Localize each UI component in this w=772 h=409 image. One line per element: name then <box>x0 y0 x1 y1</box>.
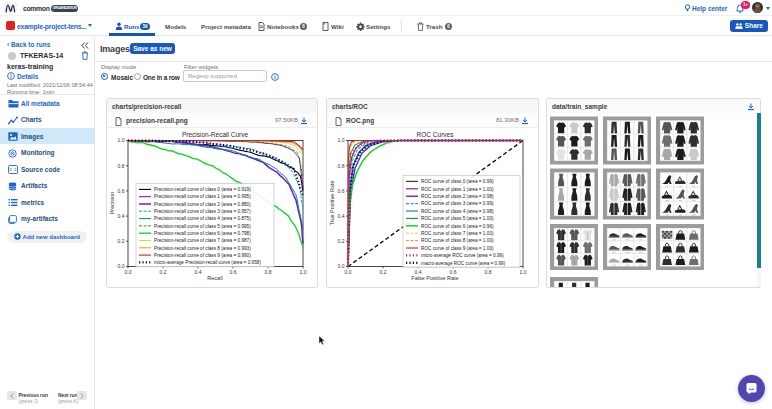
svg-text:Precision-recall curve of clas: Precision-recall curve of class 3 (area … <box>154 209 251 214</box>
svg-text:Precision-recall curve of clas: Precision-recall curve of class 1 (area … <box>154 194 251 199</box>
svg-text:ROC curve of class 8 (area = 1: ROC curve of class 8 (area = 1.00) <box>421 238 494 243</box>
svg-text:ROC curve of class 1 (area = 1: ROC curve of class 1 (area = 1.00) <box>421 187 494 192</box>
svg-text:0.4: 0.4 <box>338 213 345 219</box>
svg-text:0.2: 0.2 <box>160 269 167 275</box>
svg-text:ROC curve of class 0 (area = 0: ROC curve of class 0 (area = 0.99) <box>421 179 494 184</box>
svg-text:False Positive Rate: False Positive Rate <box>411 275 458 281</box>
svg-text:0.8: 0.8 <box>485 269 492 275</box>
svg-text:ROC curve of class 6 (area = 0: ROC curve of class 6 (area = 0.96) <box>421 224 494 229</box>
svg-text:Precision-recall curve of clas: Precision-recall curve of class 9 (area … <box>154 253 251 258</box>
svg-text:Precision-recall curve of clas: Precision-recall curve of class 0 (area … <box>154 187 251 192</box>
svg-text:0.4: 0.4 <box>195 269 202 275</box>
svg-text:0.2: 0.2 <box>380 269 387 275</box>
svg-text:1.0: 1.0 <box>118 137 125 143</box>
svg-text:0.8: 0.8 <box>338 163 345 169</box>
svg-text:Precision-recall curve of clas: Precision-recall curve of class 2 (area … <box>154 202 251 207</box>
svg-text:ROC curve of class 3 (area = 0: ROC curve of class 3 (area = 0.99) <box>421 201 494 206</box>
svg-text:ROC curve of class 5 (area = 1: ROC curve of class 5 (area = 1.00) <box>421 216 494 221</box>
svg-text:ROC curve of class 9 (area = 1: ROC curve of class 9 (area = 1.00) <box>421 246 494 251</box>
svg-text:Precision-recall curve of clas: Precision-recall curve of class 4 (area … <box>154 216 251 221</box>
svg-text:0.0: 0.0 <box>338 263 345 269</box>
svg-text:ROC curve of class 4 (area = 0: ROC curve of class 4 (area = 0.98) <box>421 209 494 214</box>
svg-text:0.0: 0.0 <box>125 269 132 275</box>
svg-text:0.2: 0.2 <box>338 238 345 244</box>
svg-text:Precision-Recall Curve: Precision-Recall Curve <box>182 131 248 138</box>
svg-text:Precision-recall curve of clas: Precision-recall curve of class 7 (area … <box>154 238 251 243</box>
svg-text:Precision: Precision <box>109 192 115 215</box>
svg-text:ROC curve of class 7 (area = 1: ROC curve of class 7 (area = 1.00) <box>421 231 494 236</box>
svg-text:0.0: 0.0 <box>118 263 125 269</box>
svg-text:0.6: 0.6 <box>118 188 125 194</box>
svg-text:0.8: 0.8 <box>265 269 272 275</box>
svg-text:True Positive Rate: True Positive Rate <box>329 180 335 225</box>
svg-text:micro-average ROC curve (area: micro-average ROC curve (area = 0.99) <box>421 253 504 258</box>
svg-text:0.8: 0.8 <box>118 163 125 169</box>
svg-text:ROC Curves: ROC Curves <box>417 131 455 138</box>
svg-text:Recall: Recall <box>207 275 222 281</box>
svg-text:0.2: 0.2 <box>118 238 125 244</box>
svg-text:Precision-recall curve of clas: Precision-recall curve of class 8 (area … <box>154 246 251 251</box>
svg-text:0.4: 0.4 <box>118 213 125 219</box>
svg-text:Precision-recall curve of clas: Precision-recall curve of class 6 (area … <box>154 231 251 236</box>
svg-text:ROC curve of class 2 (area = 0: ROC curve of class 2 (area = 0.98) <box>421 194 494 199</box>
svg-text:1.0: 1.0 <box>300 269 307 275</box>
svg-text:1.0: 1.0 <box>338 137 345 143</box>
svg-text:0.6: 0.6 <box>338 188 345 194</box>
svg-text:0.6: 0.6 <box>230 269 237 275</box>
svg-text:micro-average Precision-recall: micro-average Precision-recall curve (ar… <box>154 260 261 265</box>
svg-text:0.0: 0.0 <box>345 269 352 275</box>
svg-text:macro-average ROC curve (area: macro-average ROC curve (area = 0.99) <box>421 261 506 266</box>
svg-text:Precision-recall curve of clas: Precision-recall curve of class 5 (area … <box>154 224 251 229</box>
svg-text:1.0: 1.0 <box>520 269 527 275</box>
